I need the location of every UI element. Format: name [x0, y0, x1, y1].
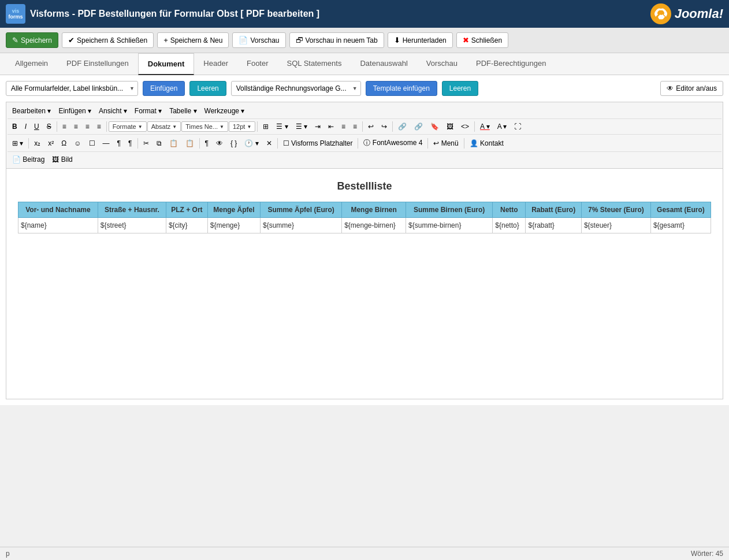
beitrag-button[interactable]: 📄 Beitrag — [9, 153, 48, 166]
tab-vorschau[interactable]: Vorschau — [417, 53, 467, 75]
code-button[interactable]: <> — [458, 120, 473, 133]
top-bar: vis forms Visforms - PDF Bestellungen fü… — [0, 0, 729, 28]
close-button[interactable]: ✖ Schließen — [456, 32, 508, 48]
align-right-button[interactable]: ≡ — [82, 120, 93, 133]
col-rabatt: Rabatt (Euro) — [526, 202, 581, 218]
save-new-button[interactable]: + Speichern & Neu — [157, 32, 229, 48]
clear-format-button[interactable]: ✕ — [263, 137, 276, 150]
ansicht-menu[interactable]: Ansicht ▾ — [95, 105, 131, 117]
underline-button[interactable]: U — [31, 120, 43, 133]
align-left-button[interactable]: ≡ — [59, 120, 70, 133]
copy-button[interactable]: ⧉ — [153, 137, 165, 150]
preview-btn[interactable]: 👁 — [213, 137, 226, 150]
tab-footer[interactable]: Footer — [237, 53, 278, 75]
pilcrow1-button[interactable]: ¶ — [114, 137, 124, 150]
subscript-button[interactable]: x₂ — [31, 137, 44, 150]
field-select[interactable]: Alle Formularfelder, Label linksbün... — [6, 81, 138, 96]
bestellliste-table[interactable]: Vor- und Nachname Straße + Hausnr. PLZ +… — [18, 202, 711, 233]
template-select[interactable]: Vollständige Rechnungsvorlage G... — [231, 81, 361, 96]
kontakt-button[interactable]: 👤 Kontakt — [466, 137, 507, 150]
emoji-button[interactable]: ☺ — [70, 137, 84, 150]
tab-allgemein[interactable]: Allgemein — [6, 53, 57, 75]
unlink-button[interactable]: 🔗 — [411, 120, 426, 133]
preview-button[interactable]: 📄 Vorschau — [232, 32, 285, 48]
italic-button[interactable]: I — [21, 120, 30, 133]
size-dropdown[interactable]: 12pt — [229, 121, 255, 132]
show-blocks-button[interactable]: ¶ — [202, 137, 212, 150]
cell-menge: ${menge} — [207, 218, 260, 233]
werkzeuge-menu[interactable]: Werkzeuge ▾ — [201, 105, 248, 117]
cut-button[interactable]: ✂ — [140, 137, 153, 150]
redo-button[interactable]: ↪ — [378, 120, 390, 133]
tabelle-menu[interactable]: Tabelle ▾ — [166, 105, 200, 117]
tab-pdf-berechtigungen[interactable]: PDF-Berechtigungen — [467, 53, 555, 75]
absatz-dropdown[interactable]: Absatz — [147, 121, 181, 132]
pilcrow2-button[interactable]: ¶ — [125, 137, 135, 150]
cell-steuer: ${steuer} — [581, 218, 650, 233]
col-summe-birnen: Summe Birnen (Euro) — [406, 202, 493, 218]
preview-tab-button[interactable]: 🗗 Vorschau in neuem Tab — [289, 32, 384, 48]
template-clear-button[interactable]: Leeren — [442, 81, 478, 96]
save-button[interactable]: ✎ Speichern — [6, 32, 58, 48]
cell-street: ${street} — [98, 218, 166, 233]
align-center-button[interactable]: ≡ — [70, 120, 81, 133]
paste-button[interactable]: 📋 — [166, 137, 181, 150]
content-area[interactable]: Bestellliste Vor- und Nachname Straße + … — [6, 168, 723, 399]
fontawesome-button[interactable]: ⓘ FontAwesome 4 — [360, 136, 426, 150]
tab-header[interactable]: Header — [194, 53, 237, 75]
undo-button[interactable]: ↩ — [364, 120, 377, 133]
save-icon: ✎ — [12, 36, 18, 44]
indent-button[interactable]: ⇥ — [311, 120, 324, 133]
menue-icon: ↩ — [433, 139, 439, 147]
cell-name: ${name} — [18, 218, 98, 233]
outdent-button[interactable]: ⇤ — [325, 120, 337, 133]
table-button[interactable]: ⊞ — [259, 120, 272, 133]
paste2-button[interactable]: 📋 — [182, 137, 198, 150]
bearbeiten-menu[interactable]: Bearbeiten ▾ — [9, 105, 54, 117]
tab-datenauswahl[interactable]: Datenauswahl — [351, 53, 416, 75]
align-right2-button[interactable]: ≡ — [349, 120, 360, 133]
insert-button[interactable]: Einfügen — [143, 81, 185, 96]
formate-dropdown[interactable]: Formate — [109, 121, 147, 132]
clear-button[interactable]: Leeren — [189, 81, 226, 96]
separator10 — [277, 138, 278, 149]
special-char-button[interactable]: ☐ — [85, 137, 99, 150]
fullscreen-button[interactable]: ⛶ — [511, 120, 525, 133]
wysiwyg-extra-row: 📄 Beitrag 🖼 Bild — [8, 152, 721, 167]
cell-gesamt: ${gesamt} — [650, 218, 711, 233]
color-button[interactable]: A ▾ — [477, 120, 493, 133]
image-button[interactable]: 🖼 — [443, 120, 457, 133]
tab-sql-statements[interactable]: SQL Statements — [278, 53, 351, 75]
template-select-wrap[interactable]: Vollständige Rechnungsvorlage G... — [231, 81, 361, 96]
visforms-platzhalter-button[interactable]: ☐ Visforms Platzhalter — [280, 137, 356, 150]
editor-toggle-button[interactable]: 👁 Editor an/aus — [660, 81, 723, 96]
hr-button[interactable]: — — [99, 137, 113, 150]
bild-button[interactable]: 🖼 Bild — [49, 153, 76, 166]
field-select-wrap[interactable]: Alle Formularfelder, Label linksbün... — [6, 81, 138, 96]
align-left2-button[interactable]: ≡ — [338, 120, 349, 133]
superscript-button[interactable]: x² — [44, 137, 57, 150]
bookmark-button[interactable]: 🔖 — [427, 120, 442, 133]
font-dropdown[interactable]: Times Ne... — [181, 121, 228, 132]
strikethrough-button[interactable]: S — [43, 120, 55, 133]
tab-pdf-einstellungen[interactable]: PDF Einstellungen — [57, 53, 138, 75]
align-justify-button[interactable]: ≡ — [94, 120, 105, 133]
format-menu[interactable]: Format ▾ — [131, 105, 165, 117]
col-city: PLZ + Ort — [166, 202, 207, 218]
highlight-button[interactable]: A ▾ — [494, 120, 511, 133]
template-insert-button[interactable]: Template einfügen — [366, 81, 437, 96]
einfuegen-menu[interactable]: Einfügen ▾ — [55, 105, 95, 117]
source-button[interactable]: { } — [227, 137, 240, 150]
table-menu-button[interactable]: ⊞ ▾ — [9, 137, 27, 150]
bold-button[interactable]: B — [9, 120, 21, 133]
download-button[interactable]: ⬇ Herunterladen — [388, 32, 453, 48]
tab-dokument[interactable]: Dokument — [138, 53, 195, 75]
clock-button[interactable]: 🕐 ▾ — [241, 137, 262, 150]
page-title: Visforms - PDF Bestellungen für Formular… — [30, 9, 319, 19]
save-close-button[interactable]: ✔ Speichern & Schließen — [62, 32, 154, 48]
omega-button[interactable]: Ω — [58, 137, 70, 150]
menue-button[interactable]: ↩ Menü — [430, 137, 462, 150]
list-ul-button[interactable]: ☰ ▾ — [273, 120, 291, 133]
link-button[interactable]: 🔗 — [395, 120, 410, 133]
list-ol-button[interactable]: ☰ ▾ — [292, 120, 311, 133]
